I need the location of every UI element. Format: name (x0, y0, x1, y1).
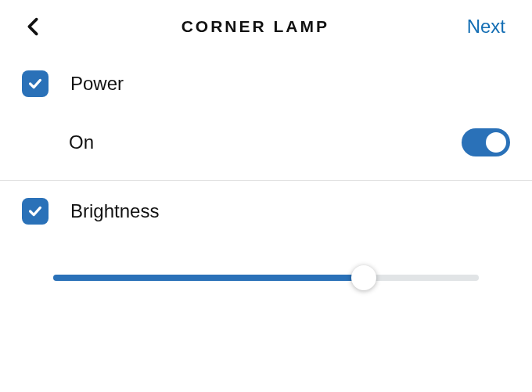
brightness-section: Brightness (0, 181, 532, 290)
brightness-label: Brightness (70, 200, 159, 222)
slider-fill (53, 275, 364, 281)
brightness-slider[interactable] (53, 265, 479, 290)
back-icon[interactable] (22, 16, 44, 38)
power-checkbox[interactable] (22, 70, 49, 97)
power-row: Power (22, 53, 510, 114)
brightness-checkbox[interactable] (22, 198, 49, 225)
power-state-row: On (22, 114, 510, 180)
slider-thumb[interactable] (351, 265, 376, 290)
power-label: Power (70, 73, 124, 95)
check-icon (27, 75, 44, 92)
check-icon (27, 203, 44, 220)
power-toggle[interactable] (462, 128, 510, 156)
toggle-knob (486, 132, 506, 153)
header: CORNER LAMP Next (0, 0, 532, 53)
power-section: Power On (0, 53, 532, 180)
brightness-slider-row (22, 242, 510, 290)
brightness-row: Brightness (22, 181, 510, 242)
page-title: CORNER LAMP (44, 17, 467, 36)
power-state-label: On (69, 131, 94, 153)
next-button[interactable]: Next (467, 16, 505, 38)
